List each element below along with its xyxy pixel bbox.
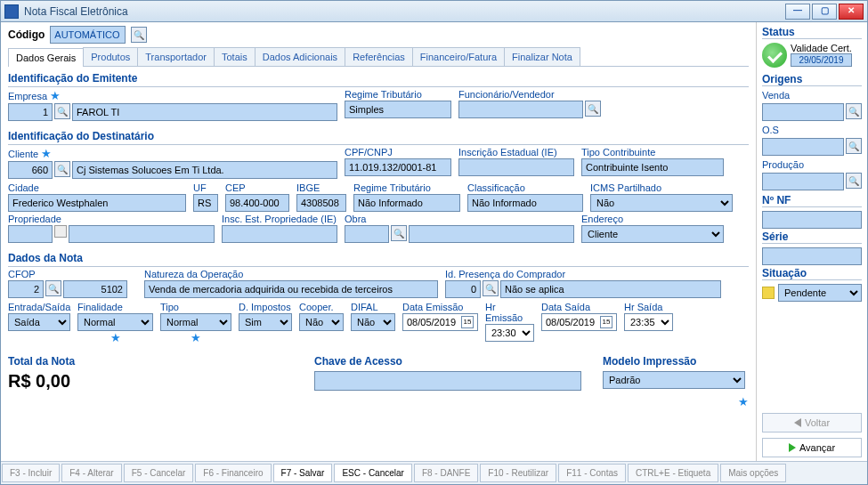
cooper-select[interactable]: Não (299, 313, 344, 331)
tab-dados-adicionais[interactable]: Dados Adicionais (255, 47, 345, 66)
regime-input[interactable]: Simples (345, 101, 451, 118)
mais-opcoes-button[interactable]: Mais opções (720, 464, 786, 482)
presenca-code-input[interactable]: 0 (445, 280, 481, 298)
data-saida-label: Data Saída (541, 302, 617, 312)
presenca-input[interactable]: Não se aplica (500, 280, 721, 298)
cep-label: CEP (225, 182, 289, 193)
f4-button[interactable]: F4 - Alterar (61, 464, 121, 482)
avancar-button[interactable]: Avançar (762, 438, 862, 457)
os-input[interactable] (762, 138, 844, 156)
venda-input[interactable] (762, 103, 844, 121)
maximize-button[interactable]: ▢ (812, 4, 837, 20)
os-label: O.S (762, 125, 862, 135)
voltar-button[interactable]: Voltar (762, 413, 862, 432)
cpf-cnpj-label: CPF/CNPJ (345, 147, 451, 158)
data-emissao-input[interactable]: 08/05/201915 (402, 313, 478, 331)
window-title: Nota Fiscal Eletrônica (24, 5, 785, 18)
funcionario-lookup-icon[interactable] (585, 101, 601, 117)
ctrl-e-button[interactable]: CTRL+E - Etiqueta (628, 464, 718, 482)
nf-heading: Nº NF (762, 194, 862, 207)
situacao-select[interactable]: Pendente (778, 284, 862, 302)
dimpostos-select[interactable]: Sim (239, 313, 292, 331)
producao-lookup-icon[interactable] (846, 173, 862, 189)
data-saida-input[interactable]: 08/05/201915 (541, 313, 617, 331)
obra-input[interactable] (409, 225, 574, 243)
star-icon: ★ (160, 331, 231, 344)
uf-input[interactable]: RS (193, 194, 218, 212)
modelo-select[interactable]: Padrão (603, 371, 745, 389)
propriedade-code-input[interactable] (8, 225, 53, 243)
situacao-heading: Situação (762, 267, 862, 280)
entrada-saida-select[interactable]: Saída (8, 313, 70, 331)
presenca-lookup-icon[interactable] (483, 280, 499, 296)
venda-lookup-icon[interactable] (846, 103, 862, 119)
classificacao-label: Classificação (467, 182, 583, 193)
cliente-lookup-icon[interactable] (54, 161, 70, 177)
cep-input[interactable]: 98.400-000 (225, 194, 289, 212)
insc-prop-input[interactable] (222, 225, 337, 243)
f7-button[interactable]: F7 - Salvar (273, 464, 333, 482)
finalidade-select[interactable]: Normal (77, 313, 153, 331)
cfop-code-input[interactable]: 2 (8, 280, 44, 298)
f11-button[interactable]: F11 - Contas (558, 464, 626, 482)
propriedade-input[interactable] (69, 225, 215, 243)
cfop-value-input[interactable]: 5102 (63, 280, 127, 298)
hr-emissao-select[interactable]: 23:30 (485, 324, 534, 342)
calendar-icon[interactable]: 15 (461, 316, 474, 328)
cidade-input[interactable]: Frederico Westphalen (8, 194, 186, 212)
regime-trib-dest-input[interactable]: Não Informado (353, 194, 460, 212)
natureza-input[interactable]: Venda de mercadoria adquirida ou recebid… (144, 280, 438, 298)
os-lookup-icon[interactable] (846, 138, 862, 154)
icms-partilhado-label: ICMS Partilhado (590, 182, 733, 193)
f6-button[interactable]: F6 - Financeiro (195, 464, 271, 482)
section-destinatario: Identificação do Destinatário (8, 130, 749, 145)
chave-input[interactable] (314, 371, 581, 391)
total-value: R$ 0,00 (8, 371, 293, 392)
ibge-input[interactable]: 4308508 (296, 194, 346, 212)
funcionario-input[interactable] (458, 101, 583, 118)
propriedade-browse-icon[interactable] (54, 225, 67, 238)
presenca-label: Id. Presença do Comprador (445, 269, 721, 279)
f8-button[interactable]: F8 - DANFE (414, 464, 478, 482)
tab-strip: Dados Gerais Produtos Transportador Tota… (8, 47, 749, 67)
f3-button[interactable]: F3 - Incluir (2, 464, 60, 482)
producao-input[interactable] (762, 173, 844, 190)
empresa-lookup-icon[interactable] (54, 103, 70, 119)
endereco-select[interactable]: Cliente (581, 225, 724, 243)
tab-totais[interactable]: Totais (214, 47, 256, 66)
empresa-label: Empresa (8, 91, 47, 101)
esc-button[interactable]: ESC - Cancelar (334, 464, 411, 482)
close-button[interactable]: ✕ (839, 4, 864, 20)
codigo-input[interactable]: AUTOMÁTICO (50, 26, 126, 44)
codigo-lookup-icon[interactable] (131, 27, 147, 43)
difal-label: DIFAL (351, 302, 395, 312)
tipo-contribuinte-input[interactable]: Contribuinte Isento (581, 158, 724, 176)
calendar-icon[interactable]: 15 (600, 316, 612, 328)
tab-produtos[interactable]: Produtos (83, 47, 138, 66)
cliente-code-input[interactable]: 660 (8, 161, 53, 179)
tipo-select[interactable]: Normal (160, 313, 231, 331)
cfop-lookup-icon[interactable] (45, 280, 61, 296)
serie-input[interactable] (762, 247, 862, 265)
empresa-name-input[interactable]: FAROL TI (72, 103, 337, 121)
cliente-name-input[interactable]: Cj Sistemas Solucoes Em Ti Ltda. (72, 161, 337, 179)
tab-finalizar-nota[interactable]: Finalizar Nota (504, 47, 580, 66)
tab-dados-gerais[interactable]: Dados Gerais (8, 48, 84, 67)
icms-partilhado-select[interactable]: Não (590, 194, 733, 212)
classificacao-input[interactable]: Não Informado (467, 194, 583, 212)
hr-saida-select[interactable]: 23:35 (624, 313, 673, 331)
empresa-code-input[interactable]: 1 (8, 103, 53, 121)
finalidade-label: Finalidade (77, 302, 153, 312)
difal-select[interactable]: Não (351, 313, 395, 331)
tab-transportador[interactable]: Transportador (137, 47, 215, 66)
ie-input[interactable] (458, 158, 574, 176)
cpf-cnpj-input[interactable]: 11.019.132/0001-81 (345, 158, 451, 176)
f10-button[interactable]: F10 - Reutilizar (480, 464, 556, 482)
tab-financeiro-fatura[interactable]: Financeiro/Fatura (412, 47, 505, 66)
minimize-button[interactable]: — (785, 4, 810, 20)
obra-code-input[interactable] (345, 225, 389, 243)
f5-button[interactable]: F5 - Cancelar (124, 464, 194, 482)
tab-referencias[interactable]: Referências (345, 47, 413, 66)
obra-lookup-icon[interactable] (391, 225, 407, 241)
nf-input[interactable] (762, 211, 862, 229)
